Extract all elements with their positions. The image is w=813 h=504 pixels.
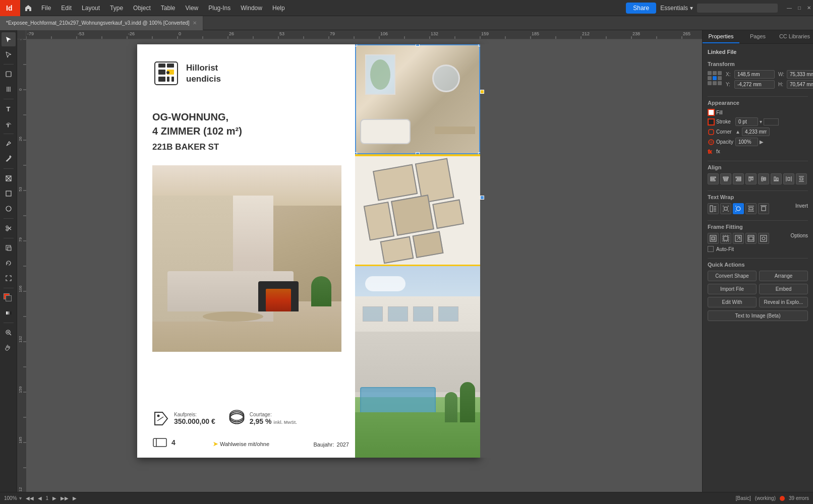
share-button[interactable]: Share: [626, 3, 656, 14]
home-icon-btn[interactable]: [20, 0, 36, 16]
menu-type[interactable]: Type: [105, 0, 128, 16]
direct-selection-tool[interactable]: [2, 47, 16, 61]
type-on-path-tool[interactable]: T: [2, 117, 16, 131]
menu-help[interactable]: Help: [267, 0, 290, 16]
tab-properties[interactable]: Properties: [703, 30, 739, 43]
play-btn[interactable]: ▶: [73, 495, 77, 501]
svg-rect-48: [737, 178, 741, 179]
center-content-btn[interactable]: [758, 233, 769, 244]
align-middle-v-btn[interactable]: [758, 173, 769, 184]
svg-rect-9: [6, 191, 11, 196]
type-tool[interactable]: T: [2, 102, 16, 116]
rotate-tool[interactable]: [2, 256, 16, 270]
wrap-none-btn[interactable]: [708, 203, 719, 214]
opacity-input[interactable]: [735, 138, 758, 146]
convert-shape-button[interactable]: Convert Shape: [708, 271, 757, 281]
pen-tool[interactable]: [2, 137, 16, 151]
gap-tool[interactable]: [2, 82, 16, 96]
text-wrap-options[interactable]: Invert: [795, 203, 808, 214]
tab-pages[interactable]: Pages: [739, 30, 776, 43]
menu-table[interactable]: Table: [156, 0, 181, 16]
free-transform-tool[interactable]: [2, 241, 16, 255]
menu-view[interactable]: View: [180, 0, 203, 16]
auto-fit-checkbox[interactable]: [708, 246, 714, 252]
fill-frame-proportionally-btn[interactable]: [733, 233, 744, 244]
edit-with-button[interactable]: Edit With: [708, 297, 757, 307]
color-fill[interactable]: [2, 291, 16, 305]
style-name: [Basic]: [736, 495, 751, 501]
align-right-btn[interactable]: [733, 173, 744, 184]
wrap-next-frame-btn[interactable]: [758, 203, 769, 214]
menu-object[interactable]: Object: [128, 0, 156, 16]
auto-fit-label: Auto-Fit: [716, 246, 734, 252]
arrange-button[interactable]: Arrange: [759, 271, 808, 281]
align-top-btn[interactable]: [745, 173, 757, 184]
ellipse-tool[interactable]: [2, 202, 16, 216]
fit-content-frame-btn[interactable]: [708, 233, 719, 244]
selection-tool[interactable]: [2, 32, 16, 46]
align-distribute-v-btn[interactable]: [796, 173, 807, 184]
pencil-tool[interactable]: [2, 152, 16, 166]
align-distribute-h-btn[interactable]: [783, 173, 794, 184]
maximize-button[interactable]: □: [796, 5, 803, 11]
align-bottom-btn[interactable]: [771, 173, 782, 184]
nav-prev-btn[interactable]: ◀◀: [26, 495, 34, 501]
tab-cc-libraries[interactable]: CC Libraries: [776, 30, 813, 43]
mid-right-handle[interactable]: [480, 196, 484, 200]
scissors-tool[interactable]: [2, 221, 16, 235]
embed-button[interactable]: Embed: [759, 284, 808, 294]
svg-rect-43: [711, 180, 715, 181]
menu-edit[interactable]: Edit: [56, 0, 77, 16]
top-ruler: [17, 30, 702, 39]
canvas-surface[interactable]: Hillorist uendicis OG-WOHNUNG, 4 ZIMMER …: [26, 39, 702, 504]
nav-back-btn[interactable]: ◀: [38, 495, 42, 501]
tab-close-icon[interactable]: ✕: [193, 20, 197, 26]
close-button[interactable]: ✕: [805, 5, 813, 11]
rectangle-frame-tool[interactable]: [2, 171, 16, 185]
reveal-in-explorer-button[interactable]: Reveal in Explo...: [759, 297, 808, 307]
menu-window[interactable]: Window: [236, 0, 267, 16]
menu-plugins[interactable]: Plug-Ins: [203, 0, 236, 16]
handle-bm[interactable]: [416, 152, 420, 154]
page-tool[interactable]: [2, 67, 16, 81]
hand-tool[interactable]: [2, 341, 16, 355]
handle-bl[interactable]: [355, 152, 357, 154]
stroke-input[interactable]: [735, 117, 758, 126]
rectangle-tool[interactable]: [2, 186, 16, 201]
handle-tm[interactable]: [416, 44, 420, 46]
corner-input[interactable]: [742, 128, 770, 136]
frame-fitting-options-btn[interactable]: Options: [791, 233, 808, 244]
gradient-tool[interactable]: [2, 306, 16, 320]
page-number: 4: [171, 438, 176, 447]
y-input[interactable]: [734, 80, 775, 89]
search-input[interactable]: [697, 4, 778, 13]
fit-content-proportionally-btn[interactable]: [745, 233, 757, 244]
import-file-button[interactable]: Import File: [708, 284, 757, 294]
fill-label: Fill: [716, 110, 808, 115]
handle-tl[interactable]: [355, 44, 357, 46]
align-center-h-btn[interactable]: [720, 173, 731, 184]
wrap-jump-btn[interactable]: [745, 203, 757, 214]
wrap-bounding-box-btn[interactable]: [720, 203, 731, 214]
w-input[interactable]: [787, 70, 813, 79]
scale-tool[interactable]: [2, 271, 16, 285]
x-input[interactable]: [734, 70, 775, 79]
zoom-tool[interactable]: [2, 326, 16, 340]
fill-row: Fill: [708, 109, 808, 116]
essentials-button[interactable]: Essentials ▾: [660, 5, 693, 12]
h-input[interactable]: [787, 80, 813, 89]
menu-file[interactable]: File: [36, 0, 56, 16]
text-to-image-button[interactable]: Text to Image (Beta): [708, 310, 808, 321]
menu-layout[interactable]: Layout: [77, 0, 105, 16]
nav-last-btn[interactable]: ▶▶: [61, 495, 69, 501]
document-tab[interactable]: *Exposee_Hochformat_210x297_Wohnungsverk…: [0, 16, 203, 30]
minimize-button[interactable]: —: [785, 5, 794, 11]
svg-rect-85: [724, 236, 728, 240]
wrap-object-shape-btn[interactable]: [733, 203, 744, 214]
fit-frame-content-btn[interactable]: [720, 233, 731, 244]
align-left-btn[interactable]: [708, 173, 719, 184]
nav-forward-btn[interactable]: ▶: [52, 495, 56, 501]
tool-separator-5: [4, 218, 14, 219]
fx-label: fx: [716, 149, 720, 154]
top-right-handle[interactable]: [480, 90, 484, 94]
